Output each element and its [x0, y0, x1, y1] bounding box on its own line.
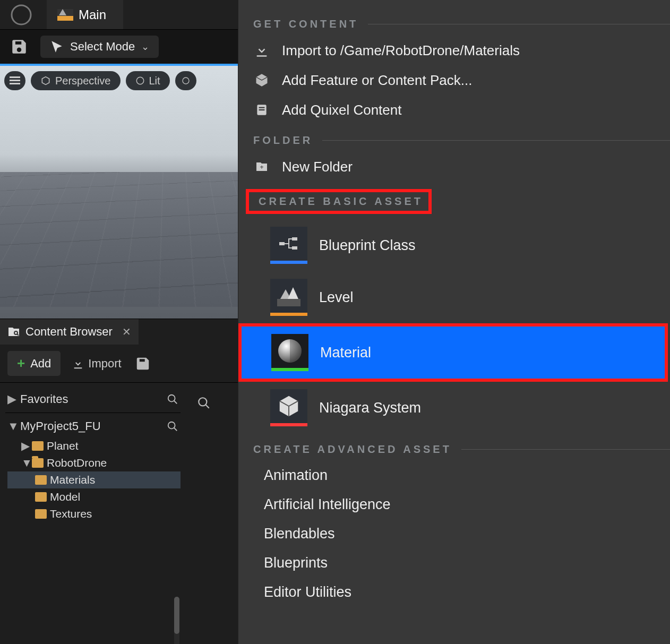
adv-label: Animation — [264, 467, 328, 483]
tree-item-robotdrone[interactable]: ▼ RobotDrone — [7, 454, 181, 471]
svg-line-13 — [205, 405, 209, 408]
adv-label: Artificial Intelligence — [264, 496, 391, 512]
tree-item-model[interactable]: Model — [7, 488, 181, 505]
app-menu-icon[interactable] — [6, 0, 36, 30]
lit-pill[interactable]: Lit — [126, 71, 170, 90]
asset-label: Level — [319, 289, 354, 306]
tree-item-planet[interactable]: ▶ Planet — [7, 437, 181, 454]
asset-label: Blueprint Class — [319, 237, 416, 254]
scrollbar[interactable] — [174, 597, 179, 644]
import-icon — [72, 358, 84, 370]
import-icon — [253, 42, 270, 59]
section-folder: FOLDER — [238, 134, 670, 147]
menu-label: New Folder — [282, 159, 353, 175]
favorites-label: Favorites — [20, 392, 68, 406]
viewport-toolbar: Perspective Lit — [4, 71, 196, 90]
save-button[interactable] — [7, 35, 31, 58]
chevron-down-icon: ⌄ — [141, 41, 149, 53]
adv-ai[interactable]: Artificial Intelligence — [264, 490, 670, 519]
new-folder-icon: + — [253, 158, 270, 175]
package-icon — [253, 72, 270, 89]
svg-line-11 — [174, 428, 177, 431]
divider — [0, 382, 239, 383]
sphere-icon — [135, 76, 145, 85]
adv-label: Blendables — [264, 526, 335, 542]
tree-item-textures[interactable]: Textures — [7, 505, 181, 522]
project-label: MyProject5_FU — [20, 419, 101, 433]
content-browser-panel: Content Browser ✕ + Add Import ▶ Favorit… — [0, 319, 239, 644]
save-all-button[interactable] — [133, 354, 152, 373]
perspective-label: Perspective — [55, 75, 111, 87]
adv-editor-utilities[interactable]: Editor Utilities — [264, 578, 670, 607]
svg-rect-20 — [292, 246, 297, 250]
section-label: GET CONTENT — [253, 18, 358, 30]
project-row[interactable]: ▼ MyProject5_FU — [5, 415, 181, 437]
asset-level[interactable]: Level — [238, 271, 670, 323]
blueprint-icon — [270, 227, 307, 264]
perspective-pill[interactable]: Perspective — [31, 71, 121, 90]
menu-quixel[interactable]: Add Quixel Content — [238, 95, 670, 125]
svg-point-12 — [199, 398, 207, 406]
viewport-menu-button[interactable] — [4, 71, 25, 90]
adv-label: Editor Utilities — [264, 584, 351, 600]
menu-import-to[interactable]: Import to /Game/RobotDrone/Materials — [238, 36, 670, 65]
tree-label: Planet — [47, 440, 79, 452]
menu-new-folder[interactable]: + New Folder — [238, 152, 670, 182]
lit-label: Lit — [149, 75, 160, 87]
asset-niagara[interactable]: Niagara System — [238, 382, 670, 434]
asset-search-icon[interactable] — [193, 392, 214, 414]
divider — [368, 24, 670, 24]
material-icon — [271, 334, 308, 371]
folder-tree: ▶ Planet ▼ RobotDrone Materials Model — [5, 437, 181, 522]
adv-blueprints[interactable]: Blueprints — [264, 548, 670, 578]
mode-label: Select Mode — [70, 40, 135, 54]
section-label: CREATE BASIC ASSET — [259, 195, 423, 208]
import-label: Import — [88, 357, 121, 371]
cube-icon — [40, 75, 51, 86]
folder-icon — [35, 509, 47, 519]
content-browser-tab[interactable]: Content Browser ✕ — [0, 319, 139, 345]
close-icon[interactable]: ✕ — [122, 325, 131, 338]
niagara-icon — [270, 389, 307, 426]
favorites-row[interactable]: ▶ Favorites — [5, 388, 181, 410]
tree-label: Textures — [50, 508, 92, 520]
sources-panel: ▶ Favorites ▼ MyProject5_FU ▶ Planet — [5, 388, 181, 522]
menu-label: Add Feature or Content Pack... — [282, 72, 472, 89]
viewport-extra-button[interactable] — [175, 71, 196, 90]
svg-text:+: + — [260, 164, 263, 171]
search-icon[interactable] — [167, 420, 178, 432]
section-create-basic: CREATE BASIC ASSET — [246, 189, 432, 214]
advanced-asset-list: Animation Artificial Intelligence Blenda… — [238, 461, 670, 607]
content-browser-title: Content Browser — [25, 325, 113, 339]
import-button[interactable]: Import — [72, 357, 121, 371]
svg-marker-23 — [288, 287, 298, 299]
divider — [322, 140, 670, 141]
asset-material[interactable]: Material — [238, 323, 668, 382]
add-button[interactable]: + Add — [7, 351, 61, 376]
folder-icon — [35, 475, 47, 485]
adv-animation[interactable]: Animation — [264, 461, 670, 490]
search-icon[interactable] — [167, 393, 178, 405]
mode-selector[interactable]: Select Mode ⌄ — [40, 36, 159, 58]
plus-icon: + — [17, 355, 25, 372]
level-icon — [57, 9, 73, 21]
svg-rect-18 — [279, 242, 285, 245]
adv-blendables[interactable]: Blendables — [264, 519, 670, 548]
level-tab[interactable]: Main — [47, 0, 123, 29]
svg-point-5 — [183, 78, 189, 84]
chevron-down-icon: ▼ — [21, 457, 29, 469]
level-thumb-icon — [270, 279, 307, 316]
level-tab-label: Main — [79, 7, 106, 22]
menu-label: Import to /Game/RobotDrone/Materials — [282, 42, 520, 59]
document-icon — [253, 101, 270, 118]
tree-item-materials[interactable]: Materials — [7, 471, 181, 488]
folder-open-icon — [32, 458, 44, 468]
tree-label: Materials — [50, 474, 95, 486]
asset-blueprint[interactable]: Blueprint Class — [238, 219, 670, 271]
menu-label: Add Quixel Content — [282, 102, 401, 118]
viewport-floor — [0, 172, 239, 307]
divider — [461, 449, 670, 450]
viewport[interactable]: Perspective Lit — [0, 64, 239, 319]
tree-label: Model — [50, 491, 80, 503]
menu-add-pack[interactable]: Add Feature or Content Pack... — [238, 65, 670, 95]
